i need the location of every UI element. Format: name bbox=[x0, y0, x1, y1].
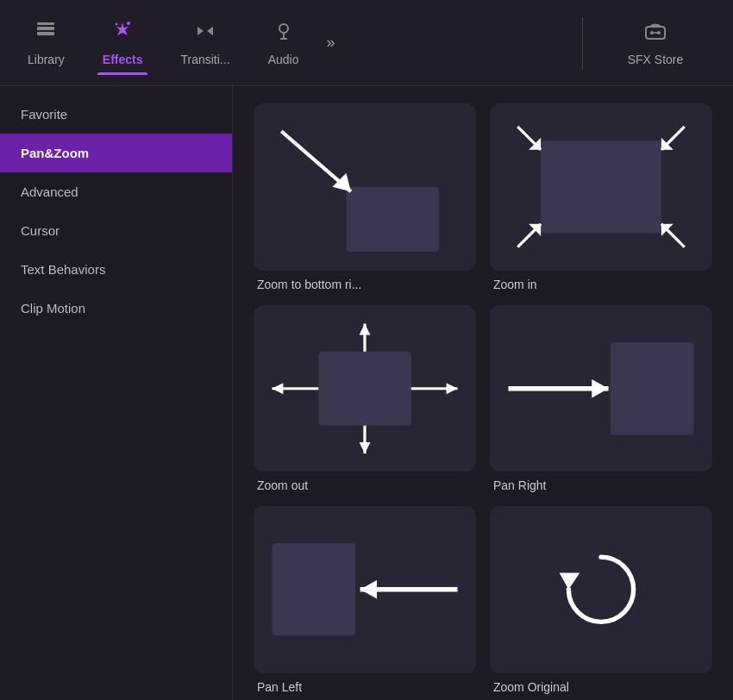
nav-label-audio: Audio bbox=[268, 53, 299, 66]
sidebar-item-cursor[interactable]: Cursor bbox=[0, 211, 232, 250]
svg-rect-1 bbox=[37, 32, 54, 35]
effect-thumb-zoom-bottom-right bbox=[254, 103, 476, 271]
nav-label-transitions: Transiti... bbox=[180, 53, 229, 66]
svg-rect-19 bbox=[541, 141, 661, 234]
effect-card-pan-left[interactable]: Pan Left bbox=[254, 506, 476, 694]
effect-thumb-zoom-out bbox=[254, 305, 476, 472]
sidebar-item-advanced[interactable]: Advanced bbox=[0, 172, 232, 211]
effect-label-zoom-in: Zoom in bbox=[490, 278, 712, 291]
effect-label-zoom-original: Zoom Original bbox=[490, 680, 712, 694]
svg-rect-2 bbox=[37, 22, 54, 25]
effect-thumb-pan-right bbox=[490, 305, 712, 472]
svg-rect-43 bbox=[273, 543, 356, 636]
sidebar-item-panzoom[interactable]: Pan&Zoom bbox=[0, 134, 232, 172]
svg-point-3 bbox=[127, 22, 130, 25]
nav-divider bbox=[582, 17, 583, 69]
svg-rect-46 bbox=[490, 506, 712, 673]
effect-card-zoom-in[interactable]: Zoom in bbox=[490, 103, 712, 291]
effects-grid: Zoom to bottom ri... bbox=[254, 103, 712, 694]
effect-label-zoom-out: Zoom out bbox=[254, 478, 476, 492]
svg-rect-0 bbox=[37, 27, 54, 30]
library-icon bbox=[34, 20, 57, 47]
nav-label-sfx-store: SFX Store bbox=[628, 53, 684, 66]
effect-thumb-zoom-in bbox=[490, 103, 712, 271]
svg-marker-5 bbox=[197, 27, 204, 35]
nav-left: Library Effects Transiti... bbox=[9, 11, 579, 75]
nav-item-transitions[interactable]: Transiti... bbox=[161, 11, 248, 75]
sidebar-item-clip-motion[interactable]: Clip Motion bbox=[0, 289, 232, 328]
nav-item-effects[interactable]: Effects bbox=[84, 11, 162, 75]
svg-rect-39 bbox=[611, 342, 694, 435]
effect-card-zoom-out[interactable]: Zoom out bbox=[254, 305, 476, 493]
svg-rect-15 bbox=[347, 187, 440, 252]
nav-item-sfx-store[interactable]: SFX Store bbox=[607, 11, 705, 75]
nav-more-button[interactable]: » bbox=[318, 34, 344, 52]
svg-point-7 bbox=[279, 24, 288, 33]
effects-icon bbox=[111, 20, 134, 47]
effect-card-pan-right[interactable]: Pan Right bbox=[490, 305, 712, 493]
top-nav: Library Effects Transiti... bbox=[0, 0, 733, 86]
audio-icon bbox=[273, 20, 295, 47]
nav-item-library[interactable]: Library bbox=[9, 11, 84, 75]
svg-rect-29 bbox=[318, 351, 411, 425]
svg-marker-6 bbox=[207, 27, 213, 35]
nav-label-library: Library bbox=[28, 53, 65, 66]
nav-label-effects: Effects bbox=[103, 53, 143, 66]
effect-card-zoom-original[interactable]: Zoom Original bbox=[490, 506, 712, 694]
effect-thumb-pan-left bbox=[254, 506, 476, 673]
nav-right: SFX Store bbox=[586, 11, 724, 75]
sfx-store-icon bbox=[642, 20, 668, 47]
effect-card-zoom-bottom-right[interactable]: Zoom to bottom ri... bbox=[254, 103, 476, 291]
sidebar-item-favorite[interactable]: Favorite bbox=[0, 95, 232, 134]
effect-thumb-zoom-original bbox=[490, 506, 712, 673]
svg-point-4 bbox=[116, 22, 118, 25]
sidebar: Favorite Pan&Zoom Advanced Cursor Text B… bbox=[0, 86, 233, 700]
main-layout: Favorite Pan&Zoom Advanced Cursor Text B… bbox=[0, 86, 733, 700]
effect-label-zoom-bottom-right: Zoom to bottom ri... bbox=[254, 278, 476, 291]
effect-label-pan-right: Pan Right bbox=[490, 478, 712, 492]
transitions-icon bbox=[194, 20, 216, 47]
nav-item-audio[interactable]: Audio bbox=[249, 11, 318, 75]
sidebar-item-text-behaviors[interactable]: Text Behaviors bbox=[0, 250, 232, 289]
content-area: Zoom to bottom ri... bbox=[233, 86, 733, 700]
effect-label-pan-left: Pan Left bbox=[254, 680, 476, 694]
